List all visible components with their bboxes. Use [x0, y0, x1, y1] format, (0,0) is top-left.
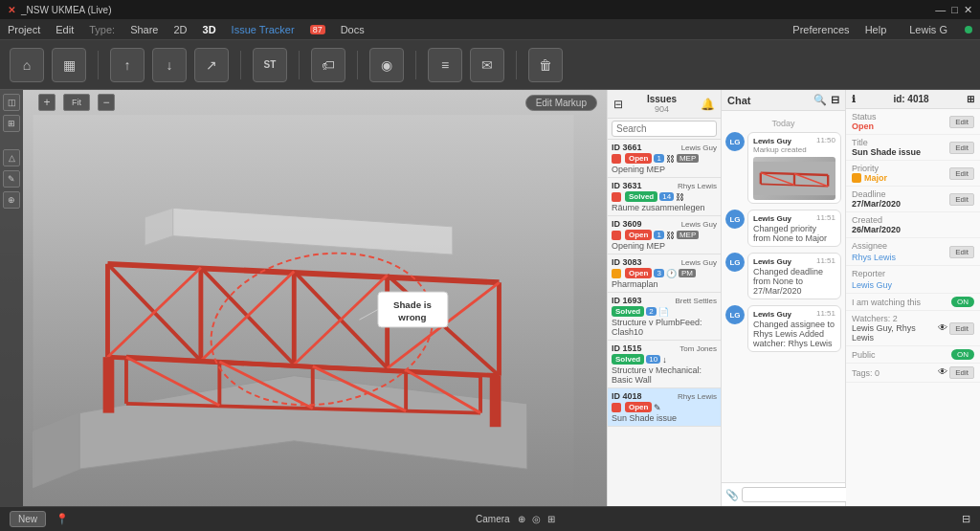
zoom-out-btn[interactable]: −: [98, 94, 115, 111]
issue-item-1693[interactable]: ID 1693 Brett Settles Solved 2 📄 Structu…: [608, 293, 721, 341]
minimize-btn[interactable]: —: [935, 4, 946, 16]
menu-3d[interactable]: 3D: [203, 24, 216, 35]
issue-item-3631[interactable]: ID 3631 Rhys Lewis Solved 14 ⛓ Räume zus…: [608, 178, 721, 216]
window-controls[interactable]: — □ ✕: [935, 4, 972, 16]
issues-header: ⊟ Issues 904 🔔: [608, 90, 721, 119]
chat-input-area: 📎 Send: [722, 482, 845, 506]
chat-panel: Chat 🔍 ⊟ Today LG Lewis Guy 11:50 Markup…: [722, 90, 846, 506]
issue-item-1515[interactable]: ID 1515 Tom Jones Solved 10 ↓ Structure …: [608, 341, 721, 388]
toolbar-st-btn[interactable]: ST: [253, 48, 287, 82]
location-icon[interactable]: 📍: [56, 513, 69, 525]
issues-search: [608, 119, 721, 140]
status-edit-btn[interactable]: Edit: [949, 116, 974, 128]
watchers-eye-icon[interactable]: 👁: [938, 322, 947, 335]
toolbar-upload-btn[interactable]: ↑: [110, 48, 145, 82]
watchers-edit-btn[interactable]: Edit: [949, 322, 974, 335]
issues-icon[interactable]: 🔔: [701, 98, 715, 111]
reporter-value[interactable]: Lewis Guy: [852, 280, 892, 290]
status-label: Status: [852, 112, 877, 122]
toolbar-home-btn[interactable]: ⌂: [10, 48, 44, 82]
issues-search-input[interactable]: [612, 121, 717, 137]
issue-assignee: Rhys Lewis: [678, 392, 717, 401]
priority-edit-btn[interactable]: Edit: [949, 167, 974, 180]
menu-2d[interactable]: 2D: [173, 24, 187, 35]
menu-help[interactable]: Help: [865, 24, 887, 35]
details-expand-icon[interactable]: ⊞: [967, 94, 974, 104]
status-icon-1[interactable]: ⊕: [518, 514, 525, 524]
tags-eye-icon[interactable]: 👁: [938, 366, 947, 379]
toolbar-download-btn[interactable]: ↓: [152, 48, 187, 82]
fit-btn[interactable]: Fit: [63, 94, 90, 111]
chat-avatar-2: LG: [725, 210, 745, 229]
detail-title-row: Title Sun Shade issue Edit: [846, 135, 980, 161]
watching-toggle[interactable]: ON: [951, 297, 974, 307]
issue-priority-icon: [612, 269, 621, 278]
svg-text:wrong: wrong: [397, 312, 426, 322]
tags-edit-btn[interactable]: Edit: [949, 366, 974, 379]
user-online-indicator: [965, 26, 972, 33]
detail-watchers-row: Watchers: 2 Lewis Guy, Rhys Lewis 👁 Edit: [846, 311, 980, 346]
issue-count-badge: 87: [310, 25, 325, 34]
toolbar-separator-5: [415, 51, 416, 79]
chat-bubble-1: Lewis Guy 11:50 Markup created: [747, 132, 841, 204]
issue-item-4018[interactable]: ID 4018 Rhys Lewis Open ✎ Sun Shade issu…: [608, 388, 721, 427]
chat-input[interactable]: [742, 487, 858, 502]
chat-text-4: Changed assignee to Rhys Lewis Added wat…: [753, 320, 835, 348]
issue-item-3609[interactable]: ID 3609 Lewis Guy Open 1 ⛓ MEP Opening M…: [608, 216, 721, 254]
issue-comment-count: 2: [646, 307, 656, 316]
chat-filter-icon[interactable]: ⊟: [831, 94, 839, 106]
title-label: Title: [852, 138, 921, 147]
menu-docs[interactable]: Docs: [341, 24, 365, 35]
toolbar-inbox-btn[interactable]: ✉: [470, 48, 504, 82]
menu-preferences[interactable]: Preferences: [792, 24, 849, 35]
file-icon: 📄: [658, 307, 669, 317]
status-value: Open: [852, 122, 877, 131]
detail-reporter-row: Reporter Lewis Guy: [846, 266, 980, 294]
toolbar-list-btn[interactable]: ≡: [428, 48, 462, 82]
issue-item-3661[interactable]: ID 3661 Lewis Guy Open 1 ⛓ MEP Opening M…: [608, 140, 721, 178]
user-name[interactable]: Lewis G: [909, 24, 947, 35]
new-button[interactable]: New: [10, 511, 46, 527]
viewport-tool-1[interactable]: ◫: [3, 94, 20, 111]
close-btn[interactable]: ✕: [964, 4, 972, 16]
deadline-edit-btn[interactable]: Edit: [949, 193, 974, 206]
reporter-label: Reporter: [852, 269, 892, 278]
status-icon-2[interactable]: ◎: [532, 514, 541, 524]
assignee-value[interactable]: Rhys Lewis: [852, 253, 896, 262]
toolbar-trash-btn[interactable]: 🗑: [528, 48, 563, 82]
issue-status-badge: Open: [625, 402, 652, 412]
detail-status-row: Status Open Edit: [846, 109, 980, 135]
chat-search-icon[interactable]: 🔍: [813, 94, 827, 106]
toolbar: ⌂ ▦ ↑ ↓ ↗ ST 🏷 ◉ ≡ ✉ 🗑: [0, 40, 980, 90]
menu-share[interactable]: Share: [130, 24, 158, 35]
assignee-edit-btn[interactable]: Edit: [949, 246, 974, 258]
menu-type: Type:: [89, 24, 115, 35]
attachment-icon[interactable]: 📎: [725, 489, 739, 501]
menu-edit[interactable]: Edit: [56, 24, 74, 35]
detail-created-row: Created 26/Mar/2020: [846, 212, 980, 238]
details-panel: ℹ id: 4018 ⊞ Status Open Edit Title Sun …: [846, 90, 980, 506]
status-icon-3[interactable]: ⊞: [547, 514, 555, 524]
issue-comment-count: 1: [654, 154, 663, 163]
title-edit-btn[interactable]: Edit: [949, 142, 974, 154]
issue-item-3083[interactable]: ID 3083 Lewis Guy Open 3 🕐 PM Pharmaplan: [608, 254, 721, 293]
menu-project[interactable]: Project: [8, 24, 40, 35]
toolbar-tag-btn[interactable]: 🏷: [311, 48, 345, 82]
issue-assignee: Lewis Guy: [681, 144, 717, 152]
chat-message-4: LG Lewis Guy 11:51 Changed assignee to R…: [725, 305, 841, 352]
toolbar-share-btn[interactable]: ↗: [194, 48, 229, 82]
menu-issue-tracker[interactable]: Issue Tracker: [232, 24, 295, 35]
edit-markup-btn[interactable]: Edit Markup: [525, 95, 597, 111]
maximize-btn[interactable]: □: [951, 4, 958, 16]
issue-id: ID 3083: [612, 257, 642, 267]
zoom-in-btn[interactable]: +: [38, 94, 56, 111]
detail-deadline-row: Deadline 27/Mar/2020 Edit: [846, 187, 980, 212]
status-right: ⊟: [962, 513, 970, 525]
issue-tag-pm: PM: [679, 269, 696, 277]
public-toggle[interactable]: ON: [951, 349, 974, 360]
toolbar-camera-btn[interactable]: ◉: [369, 48, 404, 82]
issues-filter-icon[interactable]: ⊟: [613, 98, 623, 111]
details-info-icon[interactable]: ℹ: [852, 94, 856, 104]
viewport[interactable]: + Fit − Edit Markup ◫ ⊞ △ ✎ ⊕: [0, 90, 607, 506]
toolbar-grid-btn[interactable]: ▦: [52, 48, 86, 82]
